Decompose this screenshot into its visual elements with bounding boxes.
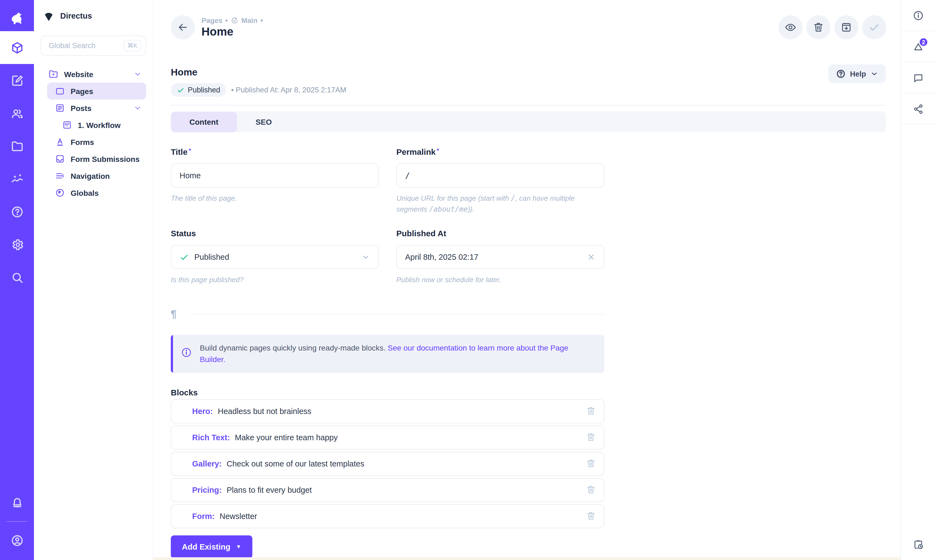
nav-item-website[interactable]: Website [40, 66, 146, 83]
block-row-gallery[interactable]: Gallery: Check out some of our latest te… [171, 451, 604, 475]
back-button[interactable] [171, 15, 195, 39]
notifications-bell[interactable] [0, 486, 34, 519]
directus-logo[interactable] [0, 0, 34, 31]
global-search-input[interactable] [49, 42, 119, 50]
sidebar-share[interactable] [901, 94, 935, 125]
block-row-pricing[interactable]: Pricing: Plans to fit every budget [171, 478, 604, 502]
trash-icon [586, 406, 596, 416]
block-row-form[interactable]: Form: Newsletter [171, 504, 604, 528]
delete-block-button[interactable] [586, 458, 596, 469]
browser-window-icon [55, 86, 65, 96]
title-input[interactable] [179, 171, 370, 180]
delete-block-button[interactable] [586, 511, 596, 521]
status-field-group: Status Published Is this page published? [171, 229, 379, 285]
nav-item-workflow[interactable]: 1. Workflow [54, 117, 146, 134]
nav-item-forms[interactable]: Forms [47, 134, 146, 151]
nav-item-label: Pages [71, 87, 93, 95]
banner-text: Build dynamic pages quickly using ready-… [200, 342, 594, 365]
info-icon [181, 346, 192, 365]
page-content: Home Published • Published At: Apr 8, 20… [153, 55, 901, 560]
help-circle-icon [836, 69, 846, 79]
chevron-down-icon[interactable] [134, 104, 142, 112]
sidebar-flows[interactable] [901, 529, 935, 560]
module-insights[interactable] [0, 162, 34, 195]
banner-accent-bar [171, 334, 173, 373]
module-content[interactable] [0, 31, 34, 64]
global-search[interactable]: ⌘K [40, 35, 146, 56]
users-icon [10, 106, 24, 120]
tab-content[interactable]: Content [171, 112, 237, 132]
info-banner: Build dynamic pages quickly using ready-… [171, 334, 604, 373]
sidebar-revisions[interactable]: 2 [901, 31, 935, 62]
inbox-icon [55, 154, 65, 164]
published-at-value: April 8th, 2025 02:17 [405, 253, 478, 262]
published-at-field-group: Published At April 8th, 2025 02:17 Publi… [397, 229, 604, 285]
breadcrumb[interactable]: Pages • Main ▾ [201, 16, 263, 25]
breadcrumb-collection[interactable]: Pages [201, 16, 222, 25]
edit-square-icon [10, 74, 24, 87]
insights-icon [10, 172, 24, 186]
account-menu[interactable] [0, 524, 34, 557]
check-icon [177, 86, 185, 94]
chevron-down-icon [870, 70, 878, 78]
permalink-note: Unique URL for this page (start with /, … [397, 193, 604, 214]
module-users[interactable] [0, 97, 34, 129]
published-at-input[interactable]: April 8th, 2025 02:17 [397, 245, 604, 269]
status-select[interactable]: Published [171, 245, 379, 269]
detail-tabs: Content SEO [171, 112, 886, 132]
sidebar-comments[interactable] [901, 62, 935, 94]
navigation-panel: Directus ⌘K Website [34, 0, 153, 560]
help-button[interactable]: Help [828, 65, 886, 83]
delete-block-button[interactable] [586, 485, 596, 495]
content-bottom-edge [153, 557, 901, 560]
archive-button[interactable] [834, 15, 858, 39]
block-row-rich-text[interactable]: Rich Text: Make your entire team happy [171, 425, 604, 449]
published-at-meta: • Published At: Apr 8, 2025 2:17AM [231, 86, 347, 94]
module-docs[interactable] [0, 195, 34, 228]
eye-icon [784, 22, 796, 33]
status-label: Status [171, 229, 379, 238]
block-row-hero[interactable]: Hero: Headless but not brainless [171, 399, 604, 423]
chevron-down-icon[interactable] [134, 70, 142, 78]
clear-date-button[interactable] [587, 253, 596, 262]
save-button[interactable] [862, 15, 886, 39]
nav-item-posts[interactable]: Posts [47, 100, 146, 117]
check-icon [868, 22, 880, 33]
status-badge: Published [171, 83, 226, 97]
editor-divider-row: ¶ [171, 308, 604, 320]
revision-count-badge: 2 [919, 37, 929, 47]
clipboard-clock-icon [912, 538, 924, 550]
tab-seo[interactable]: SEO [237, 112, 290, 132]
nav-item-navigation[interactable]: Navigation [47, 167, 146, 184]
permalink-input[interactable] [405, 171, 596, 180]
delete-block-button[interactable] [586, 432, 596, 442]
module-search[interactable] [0, 261, 34, 294]
sidebar-info[interactable] [901, 0, 935, 31]
trash-icon [586, 458, 596, 469]
letter-a-underline-icon [55, 137, 65, 147]
collection-nav: Website Pages Posts [34, 63, 153, 203]
delete-block-button[interactable] [586, 406, 596, 416]
status-value: Published [194, 253, 229, 262]
title-note: The title of this page. [171, 193, 379, 204]
nav-item-label: Forms [71, 137, 94, 146]
info-circle-icon [912, 9, 924, 21]
breadcrumb-version[interactable]: Main [241, 16, 258, 25]
preview-button[interactable] [778, 15, 802, 39]
caret-down-icon: ▼ [236, 544, 241, 549]
header-actions [778, 15, 886, 39]
module-files[interactable] [0, 129, 34, 162]
module-settings[interactable] [0, 228, 34, 261]
version-caret-icon[interactable]: ▾ [260, 17, 263, 23]
project-header[interactable]: Directus [34, 0, 153, 31]
module-visual-editor[interactable] [0, 64, 34, 97]
delete-button[interactable] [806, 15, 830, 39]
nav-item-label: Posts [71, 104, 91, 112]
nav-item-pages[interactable]: Pages [47, 83, 146, 100]
account-circle-icon [10, 534, 24, 547]
nav-item-globals[interactable]: Globals [47, 184, 146, 201]
add-existing-button[interactable]: Add Existing▼ [171, 535, 252, 558]
page-title: Home [201, 25, 263, 38]
nav-item-label: Form Submissions [71, 154, 140, 163]
nav-item-form-submissions[interactable]: Form Submissions [47, 151, 146, 167]
